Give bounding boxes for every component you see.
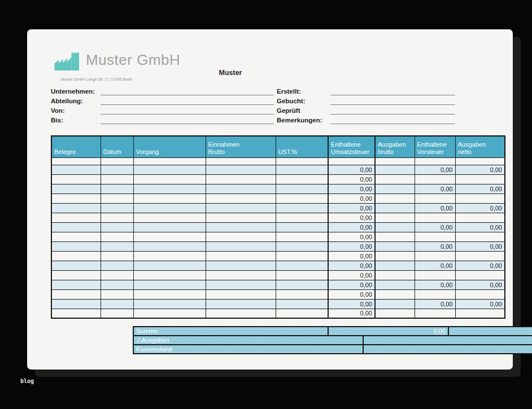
table-cell[interactable]: 0,00	[415, 299, 455, 309]
table-cell[interactable]	[101, 203, 133, 213]
table-cell[interactable]	[276, 280, 328, 289]
table-cell[interactable]: 0,00	[455, 299, 505, 309]
table-cell[interactable]	[133, 157, 206, 165]
table-cell[interactable]	[133, 213, 206, 222]
table-cell[interactable]	[101, 251, 133, 261]
table-cell[interactable]	[415, 232, 455, 241]
table-cell[interactable]: 0,00	[328, 165, 375, 174]
table-cell[interactable]	[206, 232, 276, 241]
table-cell[interactable]	[206, 289, 276, 299]
table-cell[interactable]	[51, 270, 101, 280]
table-cell[interactable]	[276, 289, 328, 299]
table-cell[interactable]	[101, 280, 133, 289]
table-cell[interactable]	[455, 289, 505, 299]
table-cell[interactable]	[51, 280, 101, 289]
table-cell[interactable]: 0,00	[328, 213, 375, 222]
table-cell[interactable]: 0,00	[328, 241, 375, 251]
table-cell[interactable]	[276, 232, 328, 241]
table-cell[interactable]: 0,00	[415, 203, 455, 213]
table-cell[interactable]	[101, 309, 133, 318]
table-cell[interactable]: 0,00	[455, 165, 505, 174]
table-cell[interactable]	[101, 222, 133, 232]
table-cell[interactable]	[375, 309, 415, 318]
table-cell[interactable]	[101, 213, 133, 222]
table-cell[interactable]	[276, 241, 328, 251]
von-field[interactable]	[101, 107, 274, 115]
table-cell[interactable]	[133, 309, 206, 318]
table-cell[interactable]: 0,00	[415, 222, 455, 232]
table-cell[interactable]	[206, 241, 276, 251]
table-cell[interactable]	[133, 165, 206, 174]
table-cell[interactable]: 0,00	[328, 289, 375, 299]
table-cell[interactable]	[375, 270, 415, 280]
table-cell[interactable]	[101, 232, 133, 241]
table-cell[interactable]	[133, 299, 206, 309]
table-cell[interactable]: 0,00	[328, 299, 375, 309]
table-cell[interactable]	[206, 261, 276, 270]
table-cell[interactable]	[101, 261, 133, 270]
table-cell[interactable]: 0,00	[455, 280, 505, 289]
table-cell[interactable]	[276, 213, 328, 222]
table-cell[interactable]	[206, 222, 276, 232]
table-cell[interactable]	[415, 174, 455, 184]
table-cell[interactable]: 0,00	[328, 232, 375, 241]
table-cell[interactable]	[51, 261, 101, 270]
table-cell[interactable]	[206, 280, 276, 289]
table-cell[interactable]	[101, 157, 133, 165]
table-cell[interactable]	[276, 184, 328, 193]
table-cell[interactable]	[133, 222, 206, 232]
table-cell[interactable]	[455, 251, 505, 261]
table-cell[interactable]	[375, 174, 415, 184]
table-cell[interactable]	[101, 165, 133, 174]
table-cell[interactable]	[415, 157, 455, 165]
table-cell[interactable]	[375, 232, 415, 241]
table-cell[interactable]	[415, 213, 455, 222]
table-cell[interactable]: 0,00	[455, 184, 505, 193]
table-cell[interactable]	[206, 270, 276, 280]
table-cell[interactable]: 0,00	[415, 261, 455, 270]
table-cell[interactable]	[276, 261, 328, 270]
table-cell[interactable]	[276, 174, 328, 184]
table-cell[interactable]	[206, 251, 276, 261]
table-cell[interactable]	[51, 184, 101, 193]
table-cell[interactable]	[51, 165, 101, 174]
bis-field[interactable]	[101, 116, 274, 124]
table-cell[interactable]	[51, 157, 101, 165]
table-cell[interactable]: 0,00	[455, 241, 505, 251]
table-cell[interactable]	[51, 203, 101, 213]
table-cell[interactable]	[455, 213, 505, 222]
table-cell[interactable]	[328, 157, 375, 165]
table-cell[interactable]	[455, 193, 505, 203]
table-cell[interactable]: 0,00	[415, 241, 455, 251]
table-cell[interactable]	[455, 232, 505, 241]
table-cell[interactable]	[206, 157, 276, 165]
table-cell[interactable]	[51, 309, 101, 318]
table-cell[interactable]	[375, 251, 415, 261]
table-cell[interactable]	[415, 251, 455, 261]
table-cell[interactable]: 0,00	[328, 193, 375, 203]
table-cell[interactable]	[375, 222, 415, 232]
abteilung-field[interactable]	[101, 97, 274, 105]
table-cell[interactable]	[375, 184, 415, 193]
table-cell[interactable]	[206, 299, 276, 309]
table-cell[interactable]	[133, 203, 206, 213]
table-cell[interactable]	[206, 203, 276, 213]
table-cell[interactable]: 0,00	[328, 309, 375, 318]
table-cell[interactable]	[133, 174, 206, 184]
table-cell[interactable]: 0,00	[328, 174, 375, 184]
table-cell[interactable]	[133, 251, 206, 261]
table-cell[interactable]	[51, 232, 101, 241]
table-cell[interactable]	[276, 222, 328, 232]
table-cell[interactable]	[375, 213, 415, 222]
table-cell[interactable]: 0,00	[455, 203, 505, 213]
table-cell[interactable]	[276, 157, 328, 165]
table-cell[interactable]: 0,00	[328, 203, 375, 213]
table-cell[interactable]	[133, 232, 206, 241]
table-cell[interactable]	[206, 213, 276, 222]
table-cell[interactable]	[133, 280, 206, 289]
table-cell[interactable]: 0,00	[328, 270, 375, 280]
table-cell[interactable]: 0,00	[415, 280, 455, 289]
table-cell[interactable]: 0,00	[328, 222, 375, 232]
table-cell[interactable]	[101, 193, 133, 203]
table-cell[interactable]	[375, 193, 415, 203]
